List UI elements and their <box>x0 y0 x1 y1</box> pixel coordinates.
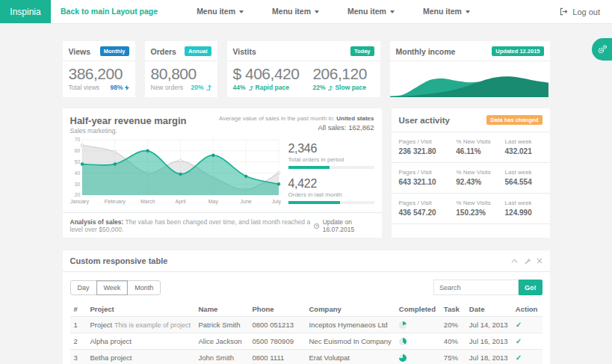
stat-value: 2,346 <box>288 142 374 155</box>
svg-text:60: 60 <box>74 148 80 153</box>
views-percent: 98% <box>110 84 129 91</box>
cell-task: 20% <box>440 317 466 333</box>
filter-button-week[interactable]: Week <box>96 280 129 295</box>
views-card-title: Views <box>69 47 91 56</box>
check-icon[interactable]: ✓ <box>516 354 522 362</box>
menu-item[interactable]: Menu item <box>423 0 470 23</box>
stat-label: Orders in last month <box>288 191 374 198</box>
completion-pie-icon <box>399 321 407 329</box>
cell-number: 1 <box>70 317 87 333</box>
table-row: 1ProjectThis is example of projectPatric… <box>70 317 543 333</box>
cell-project: ProjectThis is example of project <box>87 317 195 333</box>
user-activity-cell: Pages / Visit436 547.20 <box>399 200 457 217</box>
cell-task: 40% <box>440 333 466 350</box>
chevron-down-icon <box>315 10 319 13</box>
monthly-income-card: Monthly income Updated 12.2015 <box>390 41 550 97</box>
search-go-button[interactable]: Go! <box>519 280 543 295</box>
table-panel-title: Custom responsive table <box>70 256 168 265</box>
user-activity-cell: Last week564.554 <box>505 169 543 186</box>
collapse-icon[interactable] <box>511 258 518 264</box>
user-activity-panel: User activity Data has changed Pages / V… <box>392 108 550 238</box>
cell-action: ✓ <box>512 350 543 364</box>
orders-percent: 20% <box>191 84 211 91</box>
chevron-down-icon <box>466 10 470 13</box>
visits-card-title: Vistits <box>233 47 256 56</box>
update-timestamp: Update on 16.07.2015 <box>314 218 374 233</box>
logout-label: Log out <box>572 7 600 16</box>
sign-out-icon <box>560 7 568 16</box>
svg-text:30: 30 <box>74 182 80 187</box>
income-badge: Updated 12.2015 <box>492 46 543 56</box>
visits-badge: Today <box>350 46 374 56</box>
visits-stat-left: $ 406,420 44% Rapid pace <box>233 65 300 91</box>
check-icon[interactable]: ✓ <box>516 337 522 345</box>
cell-completed <box>395 350 440 364</box>
orders-label: New orders <box>151 84 183 91</box>
revenue-area-chart: 203040506070JanuaryFebruaryMarchAprilMay… <box>70 136 281 206</box>
theme-settings-button[interactable] <box>592 38 612 61</box>
data-changed-badge: Data has changed <box>486 115 542 125</box>
custom-table-panel: Custom responsive table DayWeekMonth <box>63 250 550 364</box>
search-input[interactable] <box>433 280 519 295</box>
progress-bar <box>288 166 330 169</box>
wrench-icon[interactable] <box>524 258 531 265</box>
cell-company: Erat Volutpat <box>306 350 395 364</box>
chevron-down-icon <box>239 10 244 13</box>
revenue-panel-subtitle: Sales marketing. <box>70 127 187 135</box>
filter-button-month[interactable]: Month <box>127 280 161 295</box>
main-menu: Menu itemMenu itemMenu itemMenu item <box>168 0 470 23</box>
views-label: Total views <box>69 84 100 91</box>
svg-text:June: June <box>240 199 251 204</box>
svg-text:50: 50 <box>74 159 80 164</box>
svg-text:20: 20 <box>74 192 80 197</box>
orders-card-title: Orders <box>151 47 176 56</box>
user-activity-cell: Last week124.990 <box>505 200 543 217</box>
top-navbar: Inspinia Back to main Layout page Menu i… <box>0 0 612 24</box>
table-row: 2Alpha projectAlice Jackson0500 780909Ne… <box>70 333 543 350</box>
clock-icon <box>314 223 319 229</box>
progress-track <box>288 166 374 169</box>
revenue-stat: 4,422 Orders in last month <box>288 177 374 204</box>
column-header: Completed <box>395 302 440 317</box>
menu-item[interactable]: Menu item <box>197 0 244 23</box>
cell-name: Patrick Smith <box>195 317 249 333</box>
views-card: Views Monthly 386,200 Total views 98% <box>63 41 135 97</box>
cell-company: Inceptos Hymenaeos Ltd <box>306 317 395 333</box>
cell-date: Jul 18, 2013 <box>466 350 512 364</box>
cell-date: Jul 16, 2013 <box>466 333 512 350</box>
column-header: Task <box>440 302 466 317</box>
gears-icon <box>597 44 608 55</box>
revenue-panel: Half-year revenue margin Sales marketing… <box>63 108 382 238</box>
cell-phone: 0500 780909 <box>249 333 306 350</box>
back-to-layout-link[interactable]: Back to main Layout page <box>51 0 168 23</box>
check-icon[interactable]: ✓ <box>516 321 522 329</box>
page-content: Views Monthly 386,200 Total views 98% Or… <box>63 41 550 364</box>
close-icon[interactable] <box>537 258 543 264</box>
brand-logo[interactable]: Inspinia <box>0 0 51 23</box>
bolt-icon <box>125 84 129 91</box>
svg-text:February: February <box>104 199 126 205</box>
completion-pie-icon <box>399 338 407 345</box>
logout-button[interactable]: Log out <box>560 0 612 23</box>
svg-text:July: July <box>271 199 280 205</box>
views-badge: Monthly <box>100 46 129 56</box>
revenue-panel-meta: Average value of sales in the past month… <box>219 115 374 135</box>
filter-button-day[interactable]: Day <box>70 280 97 295</box>
cell-project: Alpha project <box>87 333 195 350</box>
user-activity-cell: % New Visits92.43% <box>456 169 504 186</box>
table-search: Go! <box>433 280 543 295</box>
menu-item[interactable]: Menu item <box>347 0 395 23</box>
svg-text:April: April <box>175 199 185 205</box>
cell-task: 75% <box>440 350 466 364</box>
menu-item[interactable]: Menu item <box>272 0 319 23</box>
user-activity-row: Pages / Visit236 321.80% New Visits46.11… <box>392 132 550 163</box>
column-header: Phone <box>249 302 306 317</box>
progress-track <box>288 201 374 204</box>
period-filter-group: DayWeekMonth <box>70 280 161 295</box>
cell-phone: 0800 1111 <box>249 350 306 364</box>
user-activity-cell: Last week432.021 <box>505 138 543 155</box>
projects-table: #ProjectNamePhoneCompanyCompletedTaskDat… <box>70 302 543 364</box>
user-activity-cell: Pages / Visit236 321.80 <box>399 138 457 155</box>
column-header: Project <box>87 302 195 317</box>
progress-bar <box>288 201 340 204</box>
